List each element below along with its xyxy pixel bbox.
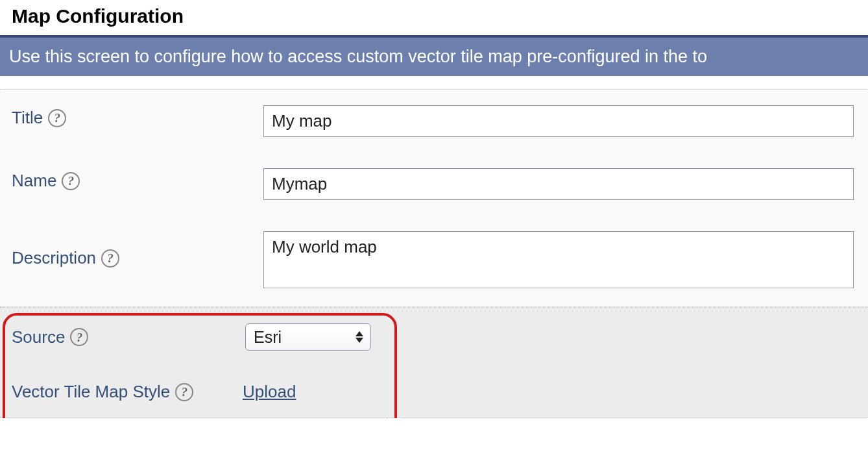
label-vector-style-text: Vector Tile Map Style <box>12 382 170 402</box>
label-name: Name ? <box>12 168 263 191</box>
row-source: Source ? Esri <box>0 308 868 366</box>
label-name-text: Name <box>12 171 56 191</box>
label-title-text: Title <box>12 108 43 128</box>
help-icon[interactable]: ? <box>70 328 88 346</box>
label-source: Source ? <box>12 327 245 347</box>
page-title: Map Configuration <box>0 0 868 35</box>
form-section-upper: Title ? Name ? Description ? <box>0 89 868 307</box>
row-name: Name ? <box>0 153 868 216</box>
label-source-text: Source <box>12 327 65 347</box>
title-input[interactable] <box>263 105 854 137</box>
row-vector-style: Vector Tile Map Style ? Upload <box>0 366 868 418</box>
label-description-text: Description <box>12 248 96 268</box>
row-description: Description ? <box>0 216 868 306</box>
help-icon[interactable]: ? <box>101 249 119 268</box>
description-input[interactable] <box>263 231 854 288</box>
label-description: Description ? <box>12 231 263 268</box>
upload-link[interactable]: Upload <box>243 382 296 402</box>
info-banner: Use this screen to configure how to acce… <box>0 35 868 76</box>
label-title: Title ? <box>12 105 263 128</box>
source-select[interactable]: Esri <box>245 323 371 351</box>
form-section-lower: Source ? Esri Vector Tile Map Style ? Up… <box>0 307 868 418</box>
help-icon[interactable]: ? <box>175 383 193 401</box>
row-title: Title ? <box>0 90 868 153</box>
help-icon[interactable]: ? <box>62 172 80 190</box>
help-icon[interactable]: ? <box>48 109 66 127</box>
label-vector-style: Vector Tile Map Style ? <box>12 382 232 402</box>
name-input[interactable] <box>263 168 854 200</box>
